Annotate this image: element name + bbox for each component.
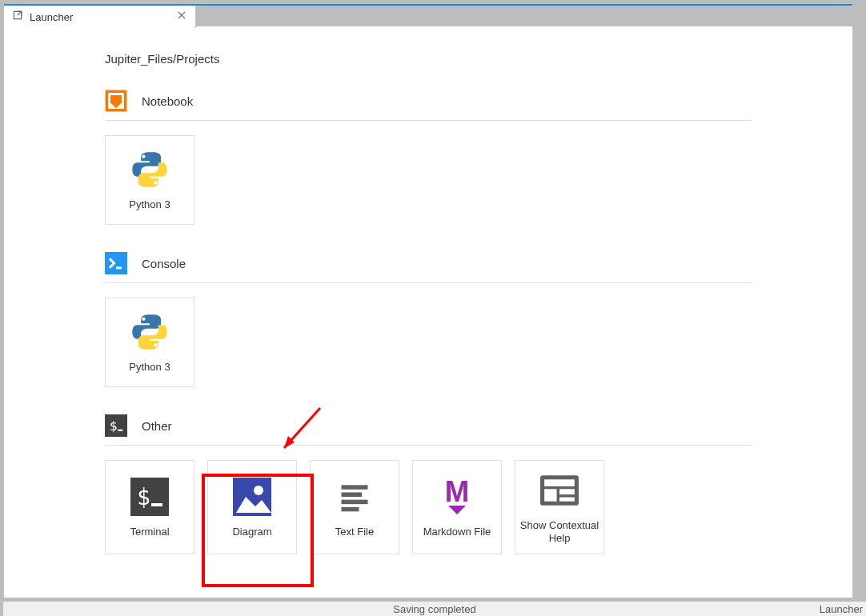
svg-text:$: $ [110,418,118,434]
section-header-other: $ Other [105,410,752,446]
console-icon [105,252,127,274]
other-card-markdown[interactable]: M Markdown File [412,460,502,554]
launch-icon [12,10,23,24]
notebook-icon [105,90,127,112]
svg-point-2 [142,155,145,158]
svg-point-5 [142,318,145,321]
svg-text:$: $ [137,484,150,510]
tab-bar: Launcher [4,4,852,26]
svg-rect-22 [559,498,575,502]
console-card-python3[interactable]: Python 3 [105,298,194,387]
launcher-content: Jupiter_Files/Projects Notebook [4,26,852,598]
svg-rect-14 [342,493,363,498]
svg-point-6 [154,343,157,346]
svg-rect-15 [342,500,368,505]
python-icon [129,311,170,353]
terminal-section-icon: $ [105,414,127,437]
svg-rect-21 [559,490,575,495]
status-center: Saving completed [393,603,475,615]
other-card-diagram[interactable]: Diagram [207,460,297,554]
svg-rect-20 [544,490,556,502]
diagram-icon [231,476,273,518]
notebook-cards-row: Python 3 [105,121,752,247]
svg-point-12 [254,486,263,495]
status-bar: Saving completed Launcher [3,602,866,616]
svg-point-3 [154,181,157,184]
section-header-console: Console [105,247,752,283]
markdown-icon: M [436,476,478,518]
section-title-other: Other [142,419,172,433]
card-label: Show Contextual Help [515,519,603,544]
card-label: Python 3 [126,361,173,374]
terminal-icon: $ [129,476,170,518]
tab-launcher[interactable]: Launcher [4,6,196,28]
svg-rect-4 [105,252,127,274]
svg-rect-16 [342,507,359,512]
other-card-terminal[interactable]: $ Terminal [105,460,194,554]
svg-rect-19 [544,480,575,487]
python-icon [129,149,170,190]
svg-rect-13 [342,486,368,490]
status-right: Launcher [820,603,863,615]
section-title-notebook: Notebook [142,94,193,108]
notebook-card-python3[interactable]: Python 3 [105,135,194,225]
card-label: Python 3 [126,198,173,211]
card-label: Markdown File [420,526,495,538]
console-cards-row: Python 3 [105,283,752,410]
breadcrumb[interactable]: Jupiter_Files/Projects [105,52,752,66]
card-label: Terminal [126,526,172,538]
other-card-textfile[interactable]: Text File [310,460,399,554]
close-icon[interactable] [176,10,187,24]
card-label: Text File [332,526,377,538]
launcher-window: Launcher Jupiter_Files/Projects Noteb [3,3,853,598]
tab-title: Launcher [30,11,73,23]
card-label: Diagram [229,526,275,538]
other-cards-row: $ Terminal Diagram [105,446,752,577]
contextual-help-icon [539,470,580,511]
svg-text:M: M [445,479,470,508]
other-card-contextual-help[interactable]: Show Contextual Help [515,460,604,554]
section-header-notebook: Notebook [105,85,752,121]
section-title-console: Console [142,257,186,270]
text-file-icon [334,476,375,518]
